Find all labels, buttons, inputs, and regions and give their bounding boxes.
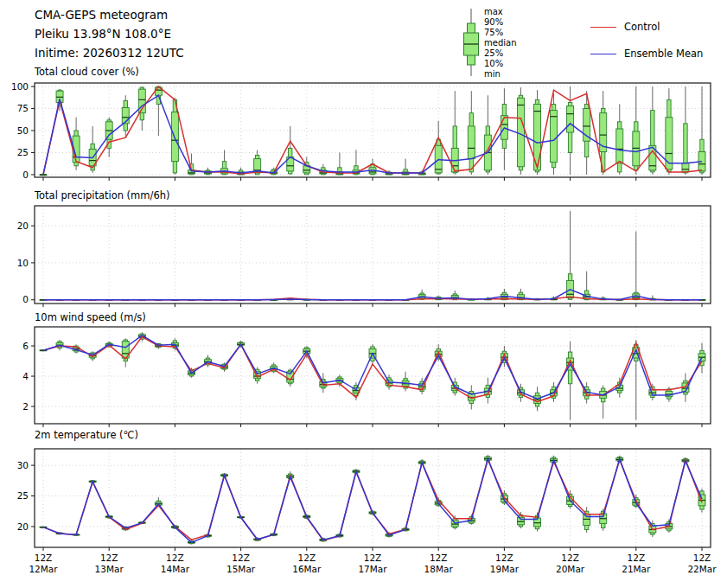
cloud-cover-chart: 0255075100 <box>11 81 711 181</box>
svg-text:100: 100 <box>11 81 29 92</box>
svg-text:12Z: 12Z <box>628 553 646 563</box>
svg-text:4: 4 <box>22 371 29 381</box>
grid <box>35 449 711 547</box>
svg-text:25: 25 <box>17 147 29 157</box>
svg-text:6: 6 <box>22 341 29 351</box>
svg-text:21Mar: 21Mar <box>622 564 651 574</box>
precipitation-chart: 01020 <box>17 206 711 307</box>
temperature-chart: 20253012Z12Mar12Z13Mar12Z14Mar12Z15Mar12… <box>17 449 717 574</box>
svg-text:25: 25 <box>17 490 29 501</box>
x-axis <box>43 304 702 307</box>
svg-text:13Mar: 13Mar <box>95 564 124 574</box>
svg-text:10: 10 <box>17 258 29 268</box>
ensemble-legend-label: Ensemble Mean <box>624 48 703 60</box>
svg-text:0: 0 <box>22 294 29 304</box>
svg-text:2: 2 <box>22 401 29 412</box>
grid <box>35 206 711 304</box>
x-axis <box>43 177 702 181</box>
svg-text:18Mar: 18Mar <box>424 564 454 574</box>
svg-text:12Z: 12Z <box>100 553 118 563</box>
legend-90-label: 90% <box>484 17 517 28</box>
wind-speed-title: 10m wind speed (m/s) <box>35 311 146 323</box>
charts-canvas: 02550751000102024620253012Z12Mar12Z13Mar… <box>0 0 727 588</box>
y-axis: 246 <box>22 341 35 412</box>
svg-text:20: 20 <box>17 220 29 231</box>
svg-text:0: 0 <box>22 169 29 180</box>
svg-text:12Mar: 12Mar <box>29 564 58 574</box>
svg-text:19Mar: 19Mar <box>490 564 520 574</box>
svg-text:12Z: 12Z <box>561 553 579 563</box>
svg-text:12Z: 12Z <box>298 553 316 563</box>
wind-speed-chart: 246 <box>22 327 711 427</box>
boxplot-legend-labels: max 90% 75% median 25% 10% min <box>484 7 517 80</box>
y-axis: 202530 <box>17 460 35 532</box>
control-line-icon <box>590 27 616 28</box>
svg-text:20Mar: 20Mar <box>556 564 585 574</box>
svg-text:12Z: 12Z <box>430 553 448 563</box>
svg-text:12Z: 12Z <box>495 553 513 563</box>
legend-max-label: max <box>484 7 517 17</box>
svg-text:17Mar: 17Mar <box>358 564 387 574</box>
box-whisker-series <box>40 211 705 301</box>
svg-text:12Z: 12Z <box>35 553 53 563</box>
x-axis <box>43 424 702 427</box>
legend-10-label: 10% <box>484 59 517 69</box>
legend-75-label: 75% <box>484 28 517 38</box>
svg-text:50: 50 <box>17 125 29 136</box>
svg-text:12Z: 12Z <box>232 553 250 563</box>
svg-text:14Mar: 14Mar <box>161 564 190 574</box>
ensemble-legend-item: Ensemble Mean <box>590 42 720 65</box>
svg-text:16Mar: 16Mar <box>292 564 322 574</box>
cloud-cover-title: Total cloud cover (%) <box>35 66 139 78</box>
y-axis: 01020 <box>17 220 35 305</box>
svg-text:75: 75 <box>17 103 29 113</box>
box-whisker-series <box>40 86 705 176</box>
svg-text:12Z: 12Z <box>166 553 184 563</box>
legend-min-label: min <box>484 69 517 80</box>
svg-text:20: 20 <box>17 521 29 532</box>
ensemble-line-icon <box>590 54 616 54</box>
box-whisker-series <box>40 455 705 544</box>
y-axis: 0255075100 <box>11 81 35 180</box>
control-legend-label: Control <box>624 21 660 33</box>
svg-text:30: 30 <box>17 460 29 470</box>
boxplot-glyph-icon <box>464 9 479 76</box>
precipitation-title: Total precipitation (mm/6h) <box>35 189 169 201</box>
svg-text:12Z: 12Z <box>364 553 382 563</box>
svg-text:15Mar: 15Mar <box>226 564 256 574</box>
line-legend: Control Ensemble Mean <box>590 16 720 69</box>
temperature-title: 2m temperature (℃) <box>35 429 138 441</box>
legend-25-label: 25% <box>484 48 517 59</box>
control-legend-item: Control <box>590 16 720 38</box>
legend-median-label: median <box>484 38 517 48</box>
svg-text:12Z: 12Z <box>693 553 711 563</box>
meteogram-page: CMA-GEPS meteogram Pleiku 13.98°N 108.0°… <box>0 0 727 588</box>
svg-text:22Mar: 22Mar <box>687 564 717 574</box>
grid <box>35 327 711 424</box>
x-axis: 12Z12Mar12Z13Mar12Z14Mar12Z15Mar12Z16Mar… <box>29 547 717 574</box>
